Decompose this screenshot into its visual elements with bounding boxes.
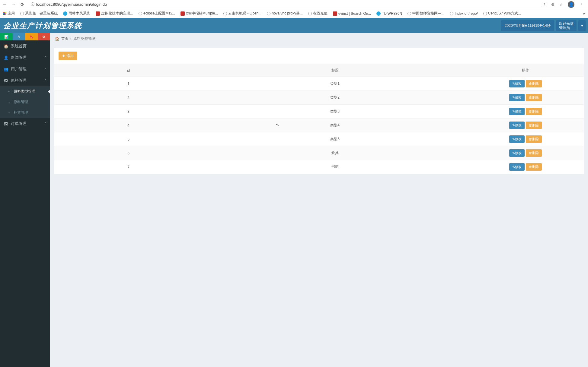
delete-button[interactable]: 🗑删除	[526, 149, 542, 157]
delete-icon: 🗑	[529, 165, 532, 169]
menu-label: 系统首页	[11, 43, 27, 49]
header-time: 2020年5月5日11时19分14秒	[501, 20, 554, 31]
edit-button[interactable]: ✎修改	[509, 122, 525, 129]
delete-button[interactable]: 🗑删除	[526, 135, 542, 143]
cell-title: 类型5	[203, 132, 467, 146]
edit-button[interactable]: ✎修改	[509, 135, 525, 143]
menu-label: 原料管理	[11, 78, 27, 83]
submenu-label: 原料管理	[14, 100, 28, 105]
delete-button[interactable]: 🗑删除	[526, 80, 542, 87]
delete-icon: 🗑	[529, 123, 532, 127]
red-icon	[181, 11, 185, 16]
bookmark-item[interactable]: 系统免一键重装系统	[20, 11, 58, 16]
delete-icon: 🗑	[529, 109, 532, 113]
bookmark-label: 中国教师资格网—...	[412, 11, 444, 16]
submenu-item-0[interactable]: 原料类型管理	[0, 86, 50, 97]
bookmark-item[interactable]: 在线充值	[308, 11, 328, 16]
sidebar-item-2[interactable]: 👥用户管理˅	[0, 63, 50, 75]
bookmark-item[interactable]: 雨林木风系统	[63, 11, 90, 16]
delete-button[interactable]: 🗑删除	[526, 163, 542, 171]
globe-icon	[139, 12, 142, 15]
edit-button[interactable]: ✎修改	[509, 94, 525, 101]
bookmark-label: TL-WR886N	[382, 11, 402, 16]
profile-avatar[interactable]: 👤	[568, 1, 574, 8]
delete-icon: 🗑	[529, 82, 532, 85]
theme-orange[interactable]: 🔖	[25, 33, 38, 40]
delete-button[interactable]: 🗑删除	[526, 122, 542, 129]
sidebar: 📊 ✎ 🔖 ⚙ 🏠系统首页👤新闻管理˅👥用户管理˅🖼原料管理˅原料类型管理原料管…	[0, 33, 50, 367]
bookmark-item[interactable]: 云主机概况 - Open...	[223, 11, 261, 16]
th-id: id	[54, 64, 203, 77]
bookmark-item[interactable]: nova vnc proxy基...	[267, 11, 303, 16]
edit-button[interactable]: ✎修改	[509, 163, 525, 171]
breadcrumb-home[interactable]: 首页	[61, 36, 69, 41]
cell-title: 类型3	[203, 105, 467, 119]
delete-button[interactable]: 🗑删除	[526, 108, 542, 115]
delete-icon: 🗑	[529, 137, 532, 141]
theme-green[interactable]: 📊	[0, 33, 13, 40]
edit-icon: ✎	[512, 165, 515, 169]
bookmark-item[interactable]: 中国教师资格网—...	[407, 11, 444, 16]
cell-id: 5	[54, 132, 203, 146]
url-bar[interactable]: ⓘ localhost:8080/qiyejihua/admin/alogin.…	[28, 2, 538, 7]
delete-button[interactable]: 🗑删除	[526, 94, 542, 101]
bookmark-item[interactable]: CentOS7 yum方式...	[483, 11, 521, 16]
sidebar-item-3[interactable]: 🖼原料管理˅	[0, 75, 50, 86]
th-title: 标题	[203, 64, 467, 77]
app-title: 企业生产计划管理系统	[4, 21, 82, 30]
bookmark-item[interactable]: evinct | Search On...	[333, 11, 371, 16]
reload-button[interactable]: ⟳	[21, 2, 24, 7]
zoom-icon[interactable]: ⊕	[551, 2, 554, 7]
bookmark-item[interactable]: TL-WR886N	[376, 11, 402, 16]
bookmark-label: evinct | Search On...	[338, 11, 371, 16]
theme-blue[interactable]: ✎	[13, 33, 25, 40]
edit-button[interactable]: ✎修改	[509, 149, 525, 157]
forward-button[interactable]: →	[11, 2, 16, 7]
back-button[interactable]: ←	[2, 2, 7, 7]
bookmarks-bar: 应用系统免一键重装系统雨林木风系统虚拟化技术的实现...eclipse上配置Ma…	[0, 9, 588, 18]
edit-button[interactable]: ✎修改	[509, 108, 525, 115]
edit-icon: ✎	[512, 96, 515, 99]
cell-id: 3	[54, 105, 203, 119]
table-row: 4类型4✎修改🗑删除	[54, 119, 584, 132]
theme-red[interactable]: ⚙	[38, 33, 50, 40]
sidebar-item-0[interactable]: 🏠系统首页	[0, 40, 50, 52]
sidebar-item-4[interactable]: 🖼订单管理˅	[0, 118, 50, 129]
url-text: localhost:8080/qiyejihua/admin/alogin.do	[36, 2, 107, 7]
edit-icon: ✎	[512, 82, 515, 85]
bookmark-item[interactable]: eclipse上配置Mav...	[139, 11, 175, 16]
breadcrumb: 🏠 首页 › 原料类型管理	[50, 33, 588, 44]
home-icon[interactable]: 🏠	[55, 37, 59, 41]
theme-color-tabs: 📊 ✎ 🔖 ⚙	[0, 33, 50, 40]
bookmark-label: 系统免一键重装系统	[25, 11, 58, 16]
header-welcome[interactable]: 欢迎光临 管理员	[556, 20, 577, 31]
bookmark-label: 云主机概况 - Open...	[228, 11, 261, 16]
menu-icon[interactable]: ⋮	[579, 2, 583, 7]
bookmark-item[interactable]: Index of /repo/	[450, 11, 478, 16]
plus-icon: ✚	[62, 54, 65, 58]
tp-icon	[376, 11, 381, 16]
bookmark-item[interactable]: 应用	[3, 11, 15, 16]
chevron-icon: ˅	[45, 56, 46, 59]
bookmark-item[interactable]: 虚拟化技术的实现...	[96, 11, 133, 16]
star-icon[interactable]: ☆	[559, 2, 563, 7]
bookmark-item[interactable]: xml中报错Multiple...	[181, 11, 218, 16]
breadcrumb-current: 原料类型管理	[73, 36, 95, 41]
menu-icon: 🖼	[4, 78, 8, 83]
bookmark-label: nova vnc proxy基...	[272, 11, 303, 16]
user-dropdown-toggle[interactable]: ▾	[578, 20, 586, 31]
breadcrumb-sep: ›	[70, 37, 72, 41]
bookmarks-overflow[interactable]: »	[583, 11, 585, 16]
sidebar-item-1[interactable]: 👤新闻管理˅	[0, 52, 50, 63]
globe-icon	[20, 12, 24, 15]
submenu-item-2[interactable]: 补货管理	[0, 107, 50, 118]
globe-icon	[308, 12, 312, 15]
edit-button[interactable]: ✎修改	[509, 80, 525, 87]
cell-actions: ✎修改🗑删除	[467, 146, 584, 160]
add-button[interactable]: ✚ 添加	[59, 52, 77, 60]
chevron-icon: ˅	[45, 68, 46, 71]
submenu-item-1[interactable]: 原料管理	[0, 97, 50, 107]
delete-icon: 🗑	[529, 151, 532, 155]
key-icon[interactable]: ⚿	[542, 2, 546, 7]
cell-title: 炊具	[203, 146, 467, 160]
